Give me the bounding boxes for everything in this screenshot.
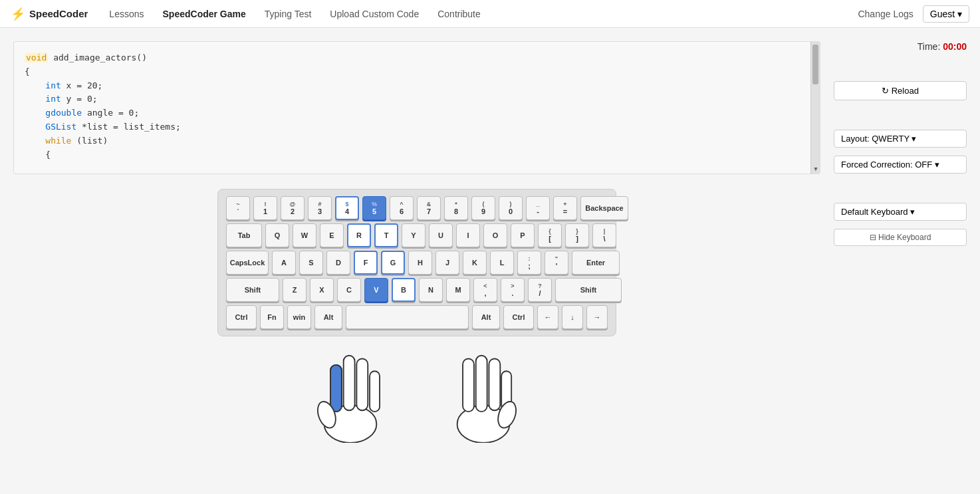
code-line-4: gdouble angle = 0; [25, 106, 809, 120]
left-hand-svg [310, 343, 390, 443]
key-6[interactable]: ^6 [390, 196, 414, 220]
left-hand [310, 343, 390, 445]
key-minus[interactable]: _- [526, 196, 550, 220]
nav-contribute[interactable]: Contribute [428, 0, 490, 28]
key-row-bottom: Ctrl Fn win Alt Alt Ctrl ← ↓ → [226, 305, 608, 329]
key-0[interactable]: )0 [499, 196, 523, 220]
key-semicolon[interactable]: :; [517, 251, 541, 275]
key-period[interactable]: >. [501, 278, 525, 302]
key-fn[interactable]: Fn [260, 305, 284, 329]
keyword-gslist: GSList [45, 122, 76, 132]
hide-keyboard-button[interactable]: ⊟ Hide Keyboard [834, 229, 967, 246]
key-O[interactable]: O [483, 223, 507, 247]
key-X[interactable]: X [310, 278, 334, 302]
key-rbracket[interactable]: }] [565, 223, 589, 247]
nav-speedcoder-game[interactable]: SpeedCoder Game [154, 0, 255, 28]
key-D[interactable]: D [326, 251, 350, 275]
key-capslock[interactable]: CapsLock [226, 251, 269, 275]
default-keyboard-select[interactable]: Default Keyboard ▾ [834, 203, 967, 221]
key-2[interactable]: @2 [281, 196, 305, 220]
key-shift-right[interactable]: Shift [555, 278, 622, 302]
key-J[interactable]: J [435, 251, 459, 275]
key-lbracket[interactable]: {[ [538, 223, 562, 247]
key-C[interactable]: C [337, 278, 361, 302]
key-alt-left[interactable]: Alt [314, 305, 342, 329]
key-L[interactable]: L [490, 251, 514, 275]
svg-rect-10 [489, 358, 500, 410]
brand-logo[interactable]: ⚡ SpeedCoder [11, 7, 88, 21]
key-9[interactable]: (9 [471, 196, 495, 220]
brand-name: SpeedCoder [29, 8, 88, 19]
key-space[interactable] [346, 305, 469, 329]
nav-upload-custom-code[interactable]: Upload Custom Code [320, 0, 428, 28]
key-Q[interactable]: Q [265, 223, 289, 247]
key-Y[interactable]: Y [402, 223, 426, 247]
code-scrollbar[interactable]: ▲ ▼ [810, 42, 820, 174]
key-arrow-left[interactable]: ← [537, 305, 558, 329]
guest-button[interactable]: Guest ▾ [923, 5, 969, 23]
key-G[interactable]: G [381, 251, 405, 275]
key-F[interactable]: F [354, 251, 378, 275]
key-1[interactable]: !1 [253, 196, 277, 220]
keyword-int-1: int [45, 80, 61, 90]
svg-rect-3 [344, 356, 355, 411]
keyboard-container: ~` !1 @2 #3 $4 %5 ^6 &7 *8 (9 )0 _- += B… [13, 189, 820, 445]
key-equals[interactable]: += [553, 196, 577, 220]
key-N[interactable]: N [419, 278, 443, 302]
key-E[interactable]: E [320, 223, 344, 247]
forced-correction-select[interactable]: Forced Correction: OFF ▾ [834, 156, 967, 174]
key-I[interactable]: I [456, 223, 480, 247]
key-ctrl-right[interactable]: Ctrl [503, 305, 534, 329]
key-R[interactable]: R [347, 223, 371, 247]
key-7[interactable]: &7 [417, 196, 441, 220]
nav-links: Lessons SpeedCoder Game Typing Test Uplo… [100, 0, 489, 28]
key-3[interactable]: #3 [308, 196, 332, 220]
key-T[interactable]: T [374, 223, 398, 247]
key-arrow-right[interactable]: → [586, 305, 608, 329]
key-M[interactable]: M [446, 278, 470, 302]
nav-change-logs[interactable]: Change Logs [858, 9, 913, 19]
scrollbar-thumb[interactable] [812, 45, 818, 84]
key-comma[interactable]: <, [473, 278, 497, 302]
reload-button[interactable]: ↻ Reload [834, 81, 967, 100]
keyword-void: void [25, 53, 48, 62]
key-K[interactable]: K [463, 251, 487, 275]
key-A[interactable]: A [272, 251, 296, 275]
keyboard: ~` !1 @2 #3 $4 %5 ^6 &7 *8 (9 )0 _- += B… [217, 189, 616, 336]
key-win[interactable]: win [287, 305, 311, 329]
key-tilde[interactable]: ~` [226, 196, 250, 220]
key-backspace[interactable]: Backspace [580, 196, 628, 220]
bolt-icon: ⚡ [11, 7, 25, 21]
key-quote[interactable]: "' [545, 251, 568, 275]
right-hand [443, 343, 523, 445]
main-container: void add_image_actors() { int x = 20; in… [0, 28, 980, 458]
key-arrow-down[interactable]: ↓ [562, 305, 583, 329]
layout-select[interactable]: Layout: QWERTY ▾ [834, 130, 967, 148]
time-value: 00:00 [943, 41, 967, 52]
code-line-1: { [25, 65, 809, 79]
key-P[interactable]: P [511, 223, 535, 247]
key-5[interactable]: %5 [362, 196, 386, 220]
key-8[interactable]: *8 [444, 196, 468, 220]
key-W[interactable]: W [293, 223, 316, 247]
key-H[interactable]: H [408, 251, 432, 275]
left-panel: void add_image_actors() { int x = 20; in… [13, 41, 820, 445]
key-V[interactable]: V [364, 278, 388, 302]
key-enter[interactable]: Enter [572, 251, 620, 275]
key-B[interactable]: B [392, 278, 416, 302]
key-slash[interactable]: ?/ [528, 278, 552, 302]
nav-typing-test[interactable]: Typing Test [255, 0, 321, 28]
keyword-while: while [45, 136, 71, 146]
key-tab[interactable]: Tab [226, 223, 262, 247]
key-Z[interactable]: Z [283, 278, 306, 302]
time-label: Time: [918, 41, 940, 52]
scroll-down-arrow[interactable]: ▼ [811, 164, 820, 174]
key-U[interactable]: U [429, 223, 453, 247]
nav-lessons[interactable]: Lessons [100, 0, 153, 28]
key-alt-right[interactable]: Alt [472, 305, 500, 329]
key-ctrl-left[interactable]: Ctrl [226, 305, 257, 329]
key-shift-left[interactable]: Shift [226, 278, 279, 302]
key-4[interactable]: $4 [335, 196, 359, 220]
key-S[interactable]: S [299, 251, 323, 275]
key-backslash[interactable]: |\ [592, 223, 616, 247]
